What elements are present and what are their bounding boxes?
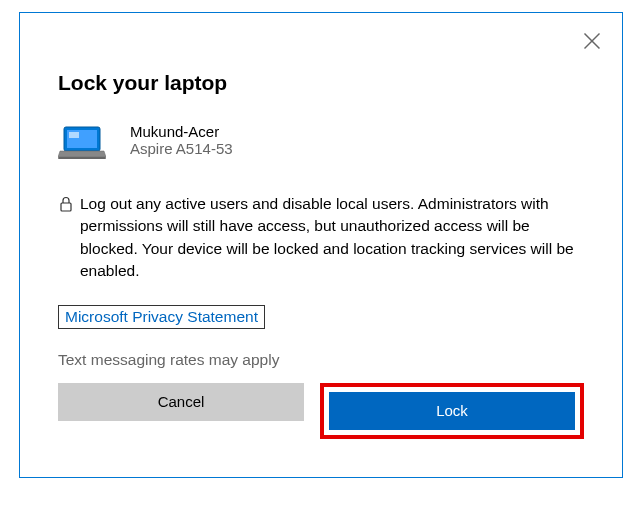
svg-rect-4 xyxy=(69,132,79,138)
svg-rect-5 xyxy=(58,157,106,159)
device-row: Mukund-Acer Aspire A514-53 xyxy=(58,123,584,161)
device-info: Mukund-Acer Aspire A514-53 xyxy=(130,123,233,157)
description-text: Log out any active users and disable loc… xyxy=(80,193,584,283)
lock-button-highlight: Lock xyxy=(320,383,584,439)
lock-icon xyxy=(58,196,74,212)
close-button[interactable] xyxy=(582,31,602,51)
laptop-icon xyxy=(58,125,106,161)
dialog-content: Lock your laptop Mukund-Acer Aspire A514… xyxy=(20,13,622,477)
cancel-button[interactable]: Cancel xyxy=(58,383,304,421)
description-row: Log out any active users and disable loc… xyxy=(58,193,584,283)
rates-note: Text messaging rates may apply xyxy=(58,351,584,369)
device-name: Mukund-Acer xyxy=(130,123,233,140)
dialog-title: Lock your laptop xyxy=(58,71,584,95)
lock-button[interactable]: Lock xyxy=(329,392,575,430)
button-row: Cancel Lock xyxy=(58,383,584,439)
device-model: Aspire A514-53 xyxy=(130,140,233,157)
lock-laptop-dialog: Lock your laptop Mukund-Acer Aspire A514… xyxy=(19,12,623,478)
svg-rect-6 xyxy=(61,203,71,211)
privacy-statement-link[interactable]: Microsoft Privacy Statement xyxy=(58,305,265,329)
close-icon xyxy=(582,31,602,51)
